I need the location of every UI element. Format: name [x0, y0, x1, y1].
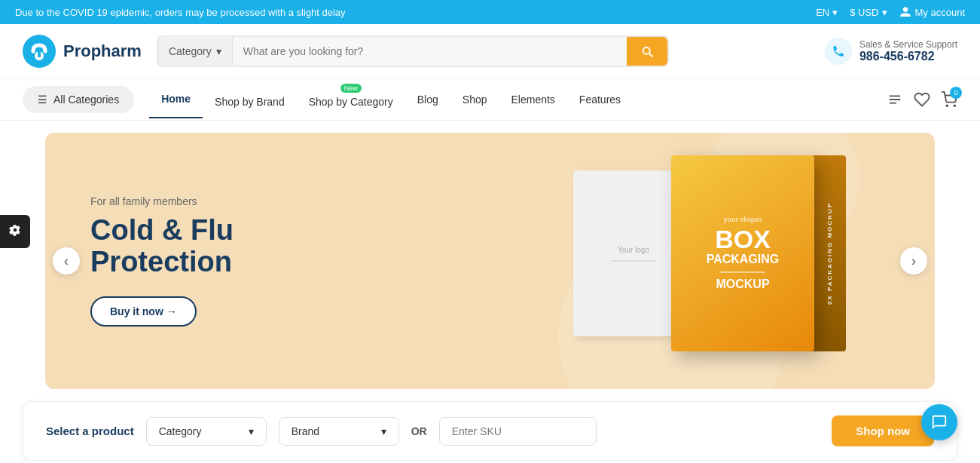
category-dropdown[interactable]: Category ▾: [146, 417, 267, 446]
nav-shop-by-category[interactable]: New Shop by Category: [297, 79, 405, 120]
search-category-dropdown[interactable]: Category ▾: [158, 38, 233, 65]
header-support: Sales & Service Support 986-456-6782: [825, 38, 957, 65]
chat-button[interactable]: [921, 404, 957, 440]
product-box-side: 0X PACKAGING MOCKUP: [813, 155, 846, 351]
nav-elements[interactable]: Elements: [499, 81, 567, 118]
slider-next-button[interactable]: ›: [900, 247, 927, 274]
nav-shop-by-brand[interactable]: Shop by Brand: [203, 79, 297, 120]
sku-input[interactable]: [439, 417, 597, 446]
nav-shop[interactable]: Shop: [450, 81, 499, 118]
brand-dropdown[interactable]: Brand ▾: [279, 417, 399, 446]
nav-icons: 0: [887, 91, 957, 108]
search-input[interactable]: [233, 38, 627, 65]
language-selector[interactable]: EN ▾: [816, 7, 838, 18]
header: Propharm Category ▾ Sales & Service Supp…: [0, 24, 980, 79]
search-bar: Category ▾: [157, 35, 669, 67]
hero-slider: For all family members Cold & Flu Protec…: [45, 133, 935, 389]
settings-panel[interactable]: [0, 215, 30, 248]
new-badge: New: [340, 84, 362, 93]
hero-title: Cold & Flu Protection: [90, 215, 234, 278]
search-button[interactable]: [627, 37, 667, 66]
svg-point-4: [954, 105, 955, 106]
hero-cta-button[interactable]: Buy it now →: [90, 296, 197, 327]
support-info: Sales & Service Support 986-456-6782: [859, 39, 957, 63]
top-bar: Due to the COVID 19 epidemic, orders may…: [0, 0, 980, 24]
product-box-main: your slogan BOX PACKAGING MOCKUP: [671, 155, 814, 351]
currency-selector[interactable]: $ USD ▾: [850, 7, 887, 18]
nav-home[interactable]: Home: [149, 81, 203, 118]
product-selector: Select a product Category ▾ Brand ▾ OR S…: [23, 401, 957, 461]
nav-blog[interactable]: Blog: [405, 81, 450, 118]
hero-content: For all family members Cold & Flu Protec…: [45, 165, 279, 357]
navigation: ☰ All Categories Home Shop by Brand New …: [0, 79, 980, 121]
hero-product-image: Your logo your slogan BOX PACKAGING MOCK…: [558, 140, 890, 382]
compare-button[interactable]: [887, 91, 903, 108]
slider-prev-button[interactable]: ‹: [53, 247, 80, 274]
wishlist-button[interactable]: [914, 91, 930, 108]
nav-links: Home Shop by Brand New Shop by Category …: [149, 79, 887, 120]
hero-section: For all family members Cold & Flu Protec…: [23, 133, 957, 389]
phone-icon: [825, 38, 852, 65]
logo-text: Propharm: [63, 41, 142, 61]
cart-badge: 0: [950, 87, 962, 99]
logo-icon: [23, 35, 56, 68]
svg-point-3: [946, 105, 948, 106]
or-separator: OR: [411, 425, 427, 437]
topbar-notice: Due to the COVID 19 epidemic, orders may…: [15, 7, 346, 18]
nav-features[interactable]: Features: [567, 81, 633, 118]
shop-now-button[interactable]: Shop now: [832, 415, 934, 446]
topbar-right: EN ▾ $ USD ▾ My account: [816, 6, 965, 18]
logo[interactable]: Propharm: [23, 35, 142, 68]
cart-button[interactable]: 0: [941, 91, 957, 108]
svg-rect-2: [38, 51, 41, 57]
select-product-label: Select a product: [46, 425, 134, 437]
my-account-link[interactable]: My account: [899, 6, 965, 18]
all-categories-button[interactable]: ☰ All Categories: [23, 86, 134, 113]
